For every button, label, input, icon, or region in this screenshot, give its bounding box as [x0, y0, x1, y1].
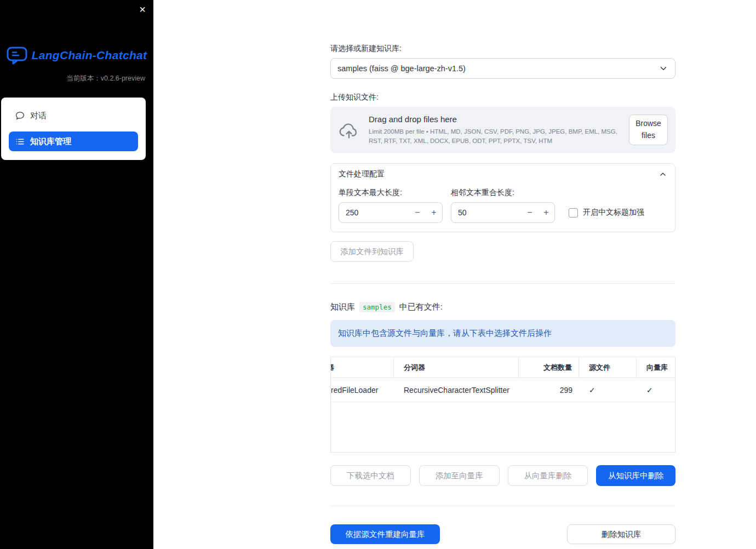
- divider: [330, 283, 675, 284]
- overlap-size-plus-button[interactable]: +: [538, 203, 554, 222]
- overlap-size-widget: 相邻文本重合长度: 50 − +: [451, 188, 555, 223]
- expander-title: 文件处理配置: [339, 169, 385, 179]
- cell-vector-store-check: ✓: [637, 386, 675, 394]
- delete-from-kb-button[interactable]: 从知识库中删除: [596, 465, 675, 486]
- overlap-size-minus-button[interactable]: −: [522, 203, 538, 222]
- cloud-upload-icon: [338, 121, 360, 139]
- kb-files-suffix: 中已有文件:: [399, 302, 443, 312]
- divider: [330, 506, 675, 506]
- download-selected-button[interactable]: 下载选中文档: [330, 465, 411, 486]
- cell-splitter: RecursiveCharacterTextSplitter: [394, 386, 519, 394]
- cell-docs-count: 299: [519, 386, 579, 394]
- table-header-loader[interactable]: 器: [331, 357, 394, 378]
- app-logo: LangChain-Chatchat: [0, 46, 153, 65]
- expander-body: 单段文本最大长度: 250 − + 相邻文本重合长度: 50 − + 开启中文标…: [331, 185, 675, 232]
- overlap-size-label: 相邻文本重合长度:: [451, 188, 555, 198]
- table-row[interactable]: redFileLoader RecursiveCharacterTextSpli…: [331, 378, 675, 402]
- rebuild-vector-store-button[interactable]: 依据源文件重建向量库: [330, 524, 440, 544]
- overlap-size-input[interactable]: 50: [451, 208, 522, 217]
- dropzone-text: Drag and drop files here Limit 200MB per…: [369, 115, 620, 145]
- kb-files-heading: 知识库 samples 中已有文件:: [330, 302, 675, 312]
- browse-files-button[interactable]: Browse files: [629, 115, 668, 145]
- sidebar-menu: 对话 知识库管理: [1, 98, 146, 160]
- zh-title-checkbox[interactable]: 开启中文标题加强: [569, 208, 644, 218]
- dropzone-limit-text: Limit 200MB per file • HTML, MD, JSON, C…: [369, 127, 620, 145]
- file-actions-row: 下载选中文档 添加至向量库 从向量库删除 从知识库中删除: [330, 465, 675, 486]
- delete-from-vector-store-button[interactable]: 从向量库删除: [508, 465, 588, 486]
- header-loader-text: 器: [331, 363, 334, 373]
- cell-loader: redFileLoader: [331, 386, 394, 394]
- kb-bottom-actions: 依据源文件重建向量库 删除知识库: [330, 524, 675, 544]
- table-header-vector-store[interactable]: 向量库: [637, 357, 675, 378]
- table-header-row: 器 分词器 文档数量 源文件 向量库: [331, 357, 675, 378]
- chevron-down-icon: [658, 64, 668, 73]
- add-to-vector-store-button[interactable]: 添加至向量库: [419, 465, 500, 486]
- upload-section: 上传知识文件: Drag and drop files here Limit 2…: [330, 93, 675, 153]
- table-header-splitter[interactable]: 分词器: [394, 357, 519, 378]
- chunk-size-plus-button[interactable]: +: [426, 203, 442, 222]
- kb-selected-value: samples (faiss @ bge-large-zh-v1.5): [337, 64, 466, 73]
- chunk-size-minus-button[interactable]: −: [409, 203, 426, 222]
- cell-source-file-check: ✓: [579, 386, 637, 394]
- sidebar: × LangChain-Chatchat 当前版本：v0.2.6-preview…: [0, 0, 153, 549]
- delete-kb-button[interactable]: 删除知识库: [567, 524, 675, 544]
- upload-label: 上传知识文件:: [330, 93, 675, 102]
- checkbox-box-icon: [569, 208, 578, 218]
- table-header-source-file[interactable]: 源文件: [579, 357, 637, 378]
- version-caption: 当前版本：v0.2.6-preview: [0, 74, 153, 83]
- chatchat-logo-icon: [7, 46, 27, 65]
- chunk-size-input-group: 250 − +: [339, 202, 443, 223]
- kb-files-table: 器 分词器 文档数量 源文件 向量库 redFileLoader Recursi…: [330, 357, 675, 453]
- file-config-expander: 文件处理配置 单段文本最大长度: 250 − + 相邻文本重合长度: 50 − …: [330, 163, 675, 232]
- table-header-docs-count[interactable]: 文档数量: [519, 357, 579, 378]
- menu-item-knowledge-base[interactable]: 知识库管理: [9, 131, 138, 151]
- menu-item-dialogue[interactable]: 对话: [9, 106, 138, 125]
- app-logo-text: LangChain-Chatchat: [32, 49, 147, 62]
- info-banner: 知识库中包含源文件与向量库，请从下表中选择文件后操作: [330, 320, 675, 347]
- file-dropzone[interactable]: Drag and drop files here Limit 200MB per…: [330, 107, 675, 153]
- menu-item-label: 知识库管理: [30, 136, 71, 147]
- kb-name-code: samples: [359, 302, 395, 312]
- kb-selectbox[interactable]: samples (faiss @ bge-large-zh-v1.5): [330, 58, 675, 79]
- chunk-size-input[interactable]: 250: [339, 208, 409, 217]
- kb-select-label: 请选择或新建知识库:: [330, 44, 675, 54]
- sidebar-close-icon[interactable]: ×: [139, 3, 146, 16]
- chunk-size-label: 单段文本最大长度:: [339, 188, 443, 198]
- main-content: 请选择或新建知识库: samples (faiss @ bge-large-zh…: [330, 0, 675, 549]
- list-icon: [15, 137, 25, 146]
- expander-header[interactable]: 文件处理配置: [331, 164, 675, 185]
- menu-item-label: 对话: [30, 111, 47, 121]
- add-files-to-kb-button[interactable]: 添加文件到知识库: [330, 241, 414, 262]
- kb-files-prefix: 知识库: [330, 302, 355, 312]
- chunk-size-widget: 单段文本最大长度: 250 − +: [339, 188, 443, 223]
- chevron-up-icon: [658, 170, 667, 179]
- dropzone-title: Drag and drop files here: [369, 115, 620, 124]
- overlap-size-input-group: 50 − +: [451, 202, 555, 223]
- zh-title-checkbox-label: 开启中文标题加强: [583, 208, 644, 218]
- chat-bubble-icon: [15, 111, 25, 121]
